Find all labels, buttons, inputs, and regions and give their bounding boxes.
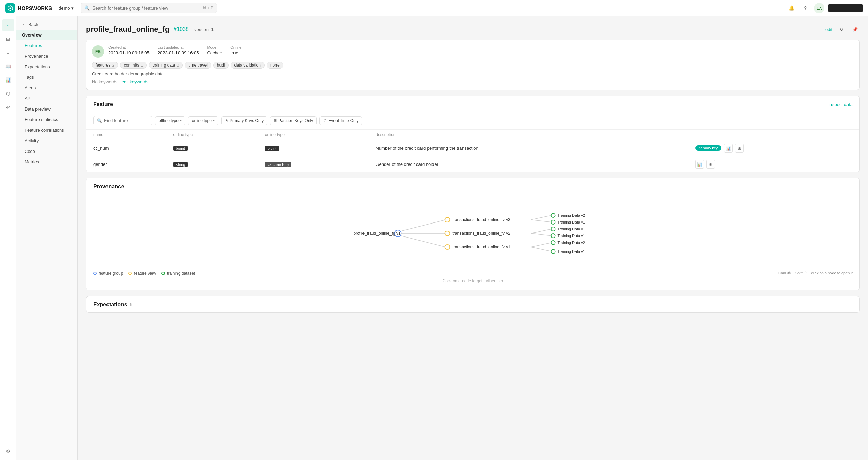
description: Credit card holder demographic data (92, 71, 854, 76)
provenance-graph-svg[interactable]: profile_fraud_online_fg v1 transactions_… (93, 201, 853, 266)
feature-section-header: Feature inspect data (86, 96, 859, 112)
td-node-v1-1[interactable] (551, 241, 555, 245)
svg-line-2 (401, 220, 446, 231)
chart-icon-cc-num[interactable]: 📊 (724, 144, 733, 153)
clock-icon: ⏱ (323, 119, 327, 123)
tag-training-data: training data 0 (149, 62, 183, 69)
sidebar-item-api[interactable]: API (16, 93, 77, 104)
edit-button[interactable]: edit (825, 27, 833, 32)
tag-data-validation: data validation (231, 62, 265, 69)
sidebar-item-feature-statistics[interactable]: Feature statistics (16, 114, 77, 125)
notifications-icon[interactable]: 🔔 (787, 3, 796, 13)
table-icon-cc-num[interactable]: ⊞ (735, 144, 744, 153)
td-node-v2-2[interactable] (551, 234, 555, 238)
svg-line-9 (531, 243, 552, 247)
table-icon-gender[interactable]: ⊞ (706, 160, 715, 169)
help-icon[interactable]: ? (800, 3, 810, 13)
online-type-label: online type (192, 118, 212, 123)
fv-node-v1[interactable] (445, 245, 450, 249)
user-menu[interactable] (828, 4, 863, 12)
created-at-label: Created at (108, 45, 150, 49)
feature-section: Feature inspect data 🔍 offline type ▾ on… (86, 96, 860, 172)
legend-dot-yellow (128, 272, 132, 275)
page-title: profile_fraud_online_fg (86, 25, 169, 34)
feature-actions-gender: 📊 ⊞ (688, 156, 859, 172)
td-node-v1-2[interactable] (551, 249, 555, 254)
tag-features: features 2 (92, 62, 118, 69)
offline-type-filter[interactable]: offline type ▾ (155, 116, 185, 125)
mode-label: Mode (207, 45, 222, 49)
last-updated-meta: Last updated at 2023-01-10 09:16:05 (158, 45, 199, 55)
search-input[interactable] (93, 5, 200, 11)
sidebar-icon-network[interactable]: ⬡ (2, 87, 14, 100)
main-layout: ⌂ ⊞ ≡ 📖 📊 ⬡ ↩ ⚙ ← Back Overview Features… (0, 16, 868, 460)
chevron-down-icon: ▾ (213, 119, 215, 123)
provenance-section-header: Provenance (86, 178, 859, 194)
td-node-v3-1[interactable] (551, 213, 555, 217)
sidebar-icon-layers[interactable]: ≡ (2, 46, 14, 59)
table-row: cc_num bigint bigint Number of the credi… (86, 140, 859, 156)
search-icon: 🔍 (97, 118, 102, 123)
event-time-label: Event Time Only (328, 118, 358, 123)
sidebar-item-tags[interactable]: Tags (16, 72, 77, 83)
main-fg-label: profile_fraud_online_fg v1 (354, 231, 401, 236)
fv-node-v2[interactable] (445, 231, 450, 236)
sidebar-item-activity[interactable]: Activity (16, 135, 77, 146)
chart-icon-gender[interactable]: 📊 (695, 160, 704, 169)
feature-desc-cc-num: Number of the credit card performing the… (369, 140, 688, 156)
sidebar-item-alerts[interactable]: Alerts (16, 83, 77, 93)
td-node-v2-1[interactable] (551, 227, 555, 231)
inspect-data-link[interactable]: inspect data (829, 102, 853, 107)
sidebar-item-expectations[interactable]: Expectations (16, 61, 77, 72)
primary-key-badge: primary key (695, 145, 722, 151)
fv-label-v3: transactions_fraud_online_fv v3 (453, 217, 511, 222)
sidebar-item-data-preview[interactable]: Data preview (16, 104, 77, 114)
sidebar-item-provenance[interactable]: Provenance (16, 51, 77, 61)
avatar[interactable]: LA (814, 3, 824, 13)
tags-row: features 2 commits 1 training data 0 tim… (92, 62, 854, 69)
svg-line-7 (531, 229, 552, 233)
online-type-filter[interactable]: online type ▾ (188, 116, 218, 125)
fv-node-v3[interactable] (445, 217, 450, 222)
created-at-value: 2023-01-10 09:16:05 (108, 50, 150, 55)
project-selector[interactable]: demo ▾ (56, 4, 76, 12)
feature-filters: 🔍 offline type ▾ online type ▾ ★ Primary… (86, 112, 859, 130)
edit-keywords-link[interactable]: edit keywords (122, 79, 148, 84)
sidebar-icon-chart[interactable]: 📊 (2, 74, 14, 86)
td-label-v2-2: Training Data v1 (558, 234, 585, 238)
sidebar-icon-settings[interactable]: ⚙ (2, 445, 14, 457)
back-button[interactable]: ← Back (16, 19, 77, 30)
provenance-section-title: Provenance (93, 184, 124, 190)
event-time-filter[interactable]: ⏱ Event Time Only (319, 116, 362, 125)
provenance-legend: feature group feature view training data… (93, 271, 853, 276)
more-options-button[interactable]: ⋮ (848, 45, 854, 53)
feature-search-input[interactable] (104, 118, 148, 123)
provenance-section: Provenance profile_fraud_online_fg v1 tr… (86, 178, 860, 290)
refresh-button[interactable]: ↻ (837, 25, 846, 34)
logo: HOPSWORKS (5, 3, 52, 13)
mode-value: Cached (207, 50, 222, 55)
sidebar-icon-home[interactable]: ⌂ (2, 19, 14, 31)
sidebar-item-features[interactable]: Features (16, 40, 77, 51)
legend-label-td: training dataset (167, 271, 195, 276)
sidebar-icon-book[interactable]: 📖 (2, 60, 14, 72)
created-at-meta: Created at 2023-01-10 09:16:05 (108, 45, 150, 55)
feature-search-wrap[interactable]: 🔍 (93, 116, 152, 125)
search-shortcut: ⌘ + P (203, 6, 213, 10)
last-updated-label: Last updated at (158, 45, 199, 49)
search-bar[interactable]: 🔍 ⌘ + P (81, 3, 217, 13)
sidebar-item-metrics[interactable]: Metrics (16, 157, 77, 167)
topbar-actions: 🔔 ? LA (787, 3, 863, 13)
partition-keys-filter[interactable]: ⊞ Partition Keys Only (270, 116, 317, 125)
sidebar-icon-arrow[interactable]: ↩ (2, 101, 14, 113)
pin-button[interactable]: 📌 (850, 25, 860, 34)
main-content: profile_fraud_online_fg #1038 version 1 … (78, 16, 868, 460)
primary-keys-filter[interactable]: ★ Primary Keys Only (221, 116, 267, 125)
feature-offline-type-gender: string (167, 156, 258, 172)
svg-line-6 (531, 220, 552, 222)
info-icon: ℹ (130, 302, 132, 307)
sidebar-icon-grid[interactable]: ⊞ (2, 33, 14, 45)
sidebar-item-feature-correlations[interactable]: Feature correlations (16, 125, 77, 135)
td-node-v3-2[interactable] (551, 220, 555, 224)
sidebar-item-code[interactable]: Code (16, 146, 77, 157)
